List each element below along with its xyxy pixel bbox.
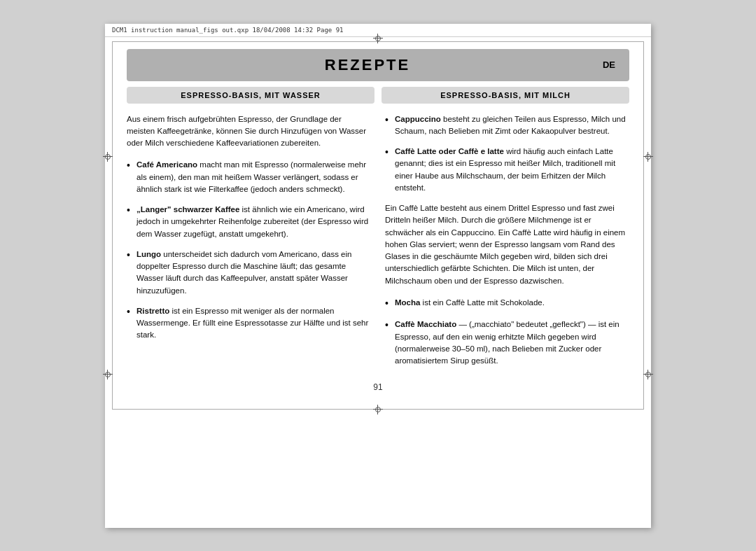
left-column: Aus einem frisch aufgebrühten Espresso, … [127,113,371,376]
term-caffe-macchiato: Caffè Macchiato [395,320,456,328]
crosshair-bottom-center [373,405,383,414]
crosshair-top-center [373,34,383,43]
language-label: DE [594,60,615,70]
text-mocha: ist ein Caffè Latte mit Schokolade. [420,298,545,307]
right-column: • Cappuccino besteht zu gleichen Teilen … [385,113,629,376]
subheader-left: ESPRESSO-BASIS, MIT WASSER [127,87,374,104]
term-mocha: Mocha [395,298,420,307]
page: DCM1 instruction manual_figs out.qxp 18/… [105,24,651,528]
bullet-content: Mocha ist ein Caffè Latte mit Schokolade… [395,297,629,309]
term-cappuccino: Cappuccino [395,115,441,123]
list-item: • Caffè Latte oder Caffè e latte wird hä… [385,146,629,194]
bullet-content: Lungo unterscheidet sich dadurch vom Ame… [136,249,371,297]
bullet-content: Café Americano macht man mit Espresso (n… [136,159,371,195]
subheader-right: ESPRESSO-BASIS, MIT MILCH [382,87,629,104]
crosshair-right-bottom [643,370,653,379]
content-area: Aus einem frisch aufgebrühten Espresso, … [127,113,629,376]
term-langer: „Langer" schwarzer Kaffee [136,205,239,214]
bullet-dot: • [127,204,136,218]
list-item: • Caffè Macchiato — („macchiato" bedeute… [385,319,629,367]
subheader-row: ESPRESSO-BASIS, MIT WASSER ESPRESSO-BASI… [127,87,629,104]
list-item: • Mocha ist ein Caffè Latte mit Schokola… [385,297,629,311]
bullet-dot: • [385,297,395,311]
list-item: • „Langer" schwarzer Kaffee ist ähnlich … [127,204,371,240]
bullet-content: Ristretto ist ein Espresso mit weniger a… [136,305,371,342]
bullet-dot: • [127,249,136,263]
crosshair-left-bottom [103,370,113,379]
bullet-content: Cappuccino besteht zu gleichen Teilen au… [395,113,629,138]
bullet-dot: • [385,146,395,160]
term-lungo: Lungo [136,250,161,258]
bullet-content: Caffè Latte oder Caffè e latte wird häuf… [395,146,629,194]
bullet-dot: • [127,159,136,173]
top-bar-text: DCM1 instruction manual_figs out.qxp 18/… [112,27,344,34]
bullet-content: Caffè Macchiato — („macchiato" bedeutet … [395,319,629,367]
bullet-dot: • [385,319,395,333]
text-ristretto: ist ein Espresso mit weniger als der nor… [136,307,368,340]
bullet-content: „Langer" schwarzer Kaffee ist ähnlich wi… [136,204,371,240]
term-cafe-americano: Café Americano [136,160,197,169]
bullet-dot: • [385,113,395,127]
crosshair-right-mid [643,152,653,162]
list-item: • Cappuccino besteht zu gleichen Teilen … [385,113,629,138]
caffe-latte-paragraph: Ein Caffè Latte besteht aus einem Dritte… [385,202,629,287]
page-title: REZEPTE [141,56,594,74]
crosshair-left-mid [103,152,113,162]
text-lungo: unterscheidet sich dadurch vom Americano… [136,250,351,295]
bullet-dot: • [127,305,136,319]
term-caffe-latte: Caffè Latte oder Caffè e latte [395,147,504,155]
list-item: • Ristretto ist ein Espresso mit weniger… [127,305,371,342]
intro-text: Aus einem frisch aufgebrühten Espresso, … [127,113,371,150]
header-section: REZEPTE DE [127,49,629,81]
list-item: • Lungo unterscheidet sich dadurch vom A… [127,249,371,297]
page-number: 91 [113,382,643,392]
term-ristretto: Ristretto [136,307,169,315]
list-item: • Café Americano macht man mit Espresso … [127,159,371,195]
